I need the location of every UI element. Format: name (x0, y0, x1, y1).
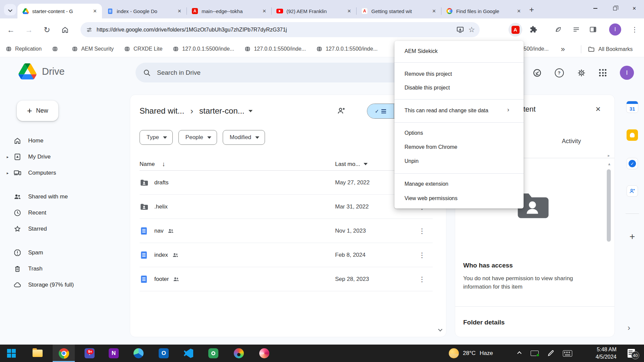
sidebar-item-starred[interactable]: Starred (5, 221, 105, 237)
share-folder-button[interactable] (337, 106, 346, 115)
file-row-nav[interactable]: nav Nov 1, 2023 ⋮ (140, 219, 433, 243)
offline-status-button[interactable] (530, 65, 544, 80)
menu-item-options[interactable]: Options (405, 130, 423, 136)
new-button[interactable]: + New (17, 101, 58, 121)
google-apps-grid-button[interactable] (595, 65, 610, 80)
tasks-button[interactable]: ✓ (626, 157, 639, 170)
chrome-taskbar-button[interactable] (53, 345, 75, 362)
filter-people[interactable]: People (178, 130, 217, 145)
tab-close-icon[interactable]: × (515, 7, 523, 15)
close-button[interactable]: × (625, 0, 644, 17)
list-view-button[interactable]: ✓ (367, 104, 394, 118)
row-more-icon[interactable]: ⋮ (417, 249, 427, 261)
aem-sidekick-extension-button[interactable]: A (508, 23, 522, 37)
tab-youtube[interactable]: (92) AEM Franklin × (272, 4, 356, 18)
restore-button[interactable] (605, 0, 625, 17)
panel-collapse-icon[interactable]: › (628, 323, 630, 333)
tab-find-files[interactable]: Find files in Google × (441, 4, 526, 18)
file-row-footer[interactable]: footer Sep 28, 2023 ⋮ (140, 267, 433, 291)
menu-item-view-web-permissions[interactable]: View web permissions (405, 195, 458, 201)
menu-item-manage-extension[interactable]: Manage extension (405, 181, 448, 187)
sidebar-item-my-drive[interactable]: ▸My Drive (5, 149, 105, 165)
row-more-icon[interactable]: ⋮ (417, 225, 427, 237)
file-row-drafts[interactable]: drafts May 27, 2022 ⋮ (140, 171, 433, 195)
get-add-ons-button[interactable]: + (626, 230, 639, 243)
sidebar-item-storage[interactable]: Storage (97% full) (5, 277, 105, 293)
sidebar-item-home[interactable]: Home (5, 133, 105, 149)
pink-app-button[interactable] (253, 345, 275, 362)
filter-type[interactable]: Type (140, 130, 173, 145)
outlook-button[interactable]: O (153, 345, 175, 362)
tab-index-docs[interactable]: index - Google Do × (102, 4, 186, 18)
sidebar-item-trash[interactable]: Trash (5, 261, 105, 277)
tab-starter-content[interactable]: starter-content - G × (17, 4, 102, 18)
account-avatar[interactable]: I (620, 66, 634, 80)
keep-button[interactable] (626, 129, 639, 141)
filter-modified[interactable]: Modified (223, 130, 265, 145)
help-button[interactable]: ? (552, 65, 567, 80)
taskbar-clock[interactable]: 5:48 AM 4/5/2024 (584, 345, 616, 362)
sidebar-item-spam[interactable]: Spam (5, 245, 105, 261)
tab-close-icon[interactable]: × (261, 7, 268, 15)
tab-close-icon[interactable]: × (345, 7, 353, 15)
bookmark-replication[interactable]: Replication (5, 46, 42, 52)
menu-item-remove-project[interactable]: Remove this project (405, 71, 452, 77)
sort-descending-icon[interactable]: ↓ (162, 161, 165, 168)
panel-scrollbar[interactable] (607, 169, 611, 242)
all-bookmarks-button[interactable]: All Bookmarks (588, 41, 633, 57)
green-app-button[interactable] (202, 345, 224, 362)
pen-button[interactable] (543, 345, 558, 362)
bookmark-unnamed[interactable] (52, 46, 61, 52)
sidebar-item-recent[interactable]: Recent (5, 205, 105, 221)
extensions-puzzle-icon[interactable] (529, 25, 537, 34)
settings-gear-button[interactable] (574, 65, 589, 80)
breadcrumb-current[interactable]: starter-con... (199, 106, 253, 116)
minimize-button[interactable] (586, 0, 605, 17)
bookmark-star-icon[interactable]: ☆ (468, 25, 475, 34)
tab-close-icon[interactable]: × (91, 7, 99, 15)
file-explorer-button[interactable] (26, 345, 49, 362)
name-column-header[interactable]: Name (140, 161, 155, 168)
tab-close-icon[interactable]: × (176, 7, 183, 15)
bookmark-localhost-2[interactable]: 127.0.0.1:5500/inde... (244, 46, 306, 52)
tab-main-edge[interactable]: A main--edge--tokha × (187, 4, 271, 18)
reload-button[interactable]: ↻ (40, 22, 54, 37)
edge-button[interactable] (127, 345, 150, 362)
paint-app-button[interactable] (228, 345, 250, 362)
browser-menu-icon[interactable]: ⋮ (629, 23, 641, 36)
reading-list-icon[interactable] (572, 25, 580, 34)
menu-item-site-data[interactable]: This can read and change site data (405, 108, 488, 114)
calendar-button[interactable]: 31 (626, 101, 639, 113)
expand-icon[interactable]: ▸ (7, 155, 9, 159)
tray-display-button[interactable] (527, 345, 542, 362)
drive-logo[interactable]: Drive (18, 63, 65, 79)
panel-expand-icon[interactable]: ▸ (608, 153, 610, 158)
scroll-down-icon[interactable] (439, 326, 442, 332)
row-more-icon[interactable]: ⋮ (417, 273, 427, 285)
tab-search-button[interactable] (4, 4, 16, 15)
sidebar-item-computers[interactable]: ▸Computers (5, 165, 105, 181)
bookmark-crxde-lite[interactable]: CRXDE Lite (124, 46, 162, 52)
file-row-helix[interactable]: .helix Mar 31, 2022 ⋮ (140, 195, 433, 219)
back-button[interactable]: ← (3, 22, 18, 37)
menu-item-disable-project[interactable]: Disable this project (405, 85, 450, 91)
install-app-icon[interactable] (456, 26, 464, 34)
omnibox[interactable]: https://drive.google.com/drive/folders/1… (80, 22, 480, 37)
sidebar-item-shared-with-me[interactable]: Shared with me (5, 189, 105, 205)
new-tab-button[interactable]: + (529, 5, 534, 14)
vscode-button[interactable] (177, 345, 200, 362)
tab-close-icon[interactable]: × (430, 7, 438, 15)
home-button[interactable] (58, 22, 72, 37)
file-row-index[interactable]: index Feb 8, 2024 ⋮ (140, 243, 433, 267)
teams-button[interactable]: T9+ (78, 345, 101, 362)
forward-button[interactable]: → (21, 22, 36, 37)
touch-keyboard-button[interactable] (559, 345, 576, 362)
expand-icon[interactable]: ▸ (7, 171, 9, 175)
menu-item-unpin[interactable]: Unpin (405, 158, 419, 164)
tab-activity[interactable]: Activity (562, 138, 581, 145)
profile-avatar[interactable]: I (609, 23, 621, 36)
url-text[interactable]: https://drive.google.com/drive/folders/1… (97, 27, 452, 33)
panel-close-icon[interactable]: × (592, 103, 604, 115)
bookmarks-overflow-button[interactable]: » (561, 41, 565, 57)
bookmark-localhost-3[interactable]: 127.0.0.1:5500/inde... (316, 46, 378, 52)
